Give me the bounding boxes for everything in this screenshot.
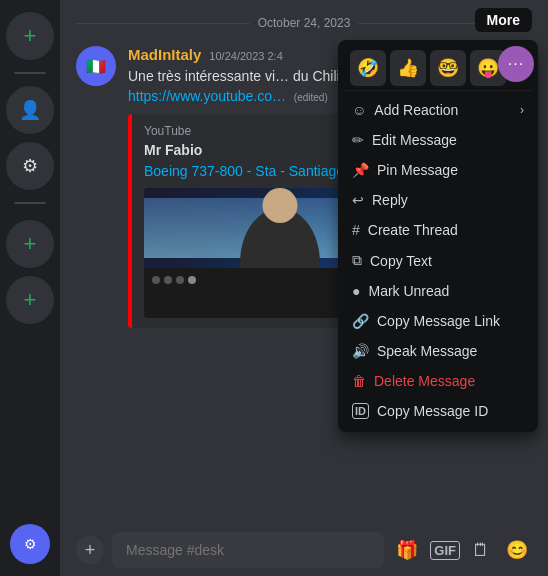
menu-label-reply: Reply — [372, 192, 408, 208]
menu-label-add-reaction: Add Reaction — [374, 102, 458, 118]
menu-item-pin-message[interactable]: 📌 Pin Message — [344, 155, 532, 185]
emoji-icon[interactable]: 😊 — [502, 535, 532, 565]
menu-label-delete-message: Delete Message — [374, 373, 475, 389]
thread-icon: # — [352, 222, 360, 238]
menu-item-edit-message[interactable]: ✏ Edit Message — [344, 125, 532, 155]
plus-icon: + — [24, 23, 37, 49]
link-icon: 🔗 — [352, 313, 369, 329]
messages-area: October 24, 2023 🇮🇹 MadInItaly 10/24/202… — [60, 0, 548, 524]
panel-dot-1 — [152, 276, 160, 284]
username: MadInItaly — [128, 46, 201, 63]
menu-item-mark-unread[interactable]: ● Mark Unread — [344, 276, 532, 306]
avatar-emoji: 🇮🇹 — [86, 57, 106, 76]
more-dots-icon: ··· — [508, 55, 524, 73]
menu-label-copy-text: Copy Text — [370, 253, 432, 269]
avatar-icon: ⚙ — [24, 536, 37, 552]
add-attachment-button[interactable]: + — [76, 536, 104, 564]
emoji-reaction-1[interactable]: 🤣 — [350, 50, 386, 86]
gift-icon[interactable]: 🎁 — [392, 535, 422, 565]
message-input[interactable] — [112, 532, 384, 568]
delete-icon: 🗑 — [352, 373, 366, 389]
id-icon: ID — [352, 403, 369, 419]
panel-dot-2 — [164, 276, 172, 284]
sidebar-icon-add-3[interactable]: + — [6, 276, 54, 324]
menu-label-create-thread: Create Thread — [368, 222, 458, 238]
panel-dot-3 — [176, 276, 184, 284]
menu-item-copy-text[interactable]: ⧉ Copy Text — [344, 245, 532, 276]
sidebar-divider-2 — [14, 202, 46, 204]
copy-icon: ⧉ — [352, 252, 362, 269]
menu-label-copy-message-link: Copy Message Link — [377, 313, 500, 329]
cockpit-head — [263, 188, 298, 223]
menu-label-mark-unread: Mark Unread — [368, 283, 449, 299]
reply-icon: ↩ — [352, 192, 364, 208]
edit-icon: ✏ — [352, 132, 364, 148]
user-add-icon: 👤 — [19, 99, 41, 121]
menu-item-delete-message[interactable]: 🗑 Delete Message — [344, 366, 532, 396]
user-avatar[interactable]: ⚙ — [10, 524, 50, 564]
plus-attachment-icon: + — [85, 540, 96, 561]
message-timestamp: 10/24/2023 2:4 — [209, 50, 282, 62]
user-avatar-message: 🇮🇹 — [76, 46, 116, 86]
menu-item-copy-message-id[interactable]: ID Copy Message ID — [344, 396, 532, 426]
panel-dot-4 — [188, 276, 196, 284]
emoji-reaction-2[interactable]: 👍 — [390, 50, 426, 86]
speak-icon: 🔊 — [352, 343, 369, 359]
sticker-icon[interactable]: 🗒 — [468, 536, 494, 565]
sidebar-icon-add-2[interactable]: + — [6, 220, 54, 268]
emoji-reaction-3[interactable]: 🤓 — [430, 50, 466, 86]
plus-icon-3: + — [24, 287, 37, 313]
main-content: October 24, 2023 🇮🇹 MadInItaly 10/24/202… — [60, 0, 548, 576]
sidebar: + 👤 ⚙ + + ⚙ — [0, 0, 60, 576]
context-menu: 🤣 👍 🤓 😛 ☺ Add Reaction › ✏ Edit Message — [338, 40, 538, 432]
more-button[interactable]: More — [475, 8, 532, 32]
arrow-icon: › — [520, 103, 524, 117]
menu-label-edit-message: Edit Message — [372, 132, 457, 148]
sidebar-bottom: ⚙ — [10, 524, 50, 564]
sidebar-icon-settings[interactable]: ⚙ — [6, 142, 54, 190]
message-link[interactable]: https://www.youtube.co… — [128, 88, 286, 104]
sidebar-divider — [14, 72, 46, 74]
plus-icon-2: + — [24, 231, 37, 257]
menu-label-pin-message: Pin Message — [377, 162, 458, 178]
pin-icon: 📌 — [352, 162, 369, 178]
input-bar: + 🎁 GIF 🗒 😊 — [60, 524, 548, 576]
gif-icon[interactable]: GIF — [430, 541, 460, 560]
menu-item-create-thread[interactable]: # Create Thread — [344, 215, 532, 245]
unread-icon: ● — [352, 283, 360, 299]
settings-icon: ⚙ — [22, 155, 38, 177]
add-reaction-icon: ☺ — [352, 102, 366, 118]
menu-item-add-reaction[interactable]: ☺ Add Reaction › — [344, 95, 532, 125]
more-circle-button[interactable]: ··· — [498, 46, 534, 82]
date-divider: October 24, 2023 — [76, 16, 532, 30]
menu-item-copy-message-link[interactable]: 🔗 Copy Message Link — [344, 306, 532, 336]
sidebar-icon-add[interactable]: + — [6, 12, 54, 60]
menu-label-speak-message: Speak Message — [377, 343, 477, 359]
edited-tag: (edited) — [294, 92, 328, 103]
menu-item-speak-message[interactable]: 🔊 Speak Message — [344, 336, 532, 366]
menu-label-copy-message-id: Copy Message ID — [377, 403, 488, 419]
sidebar-icon-user[interactable]: 👤 — [6, 86, 54, 134]
menu-item-reply[interactable]: ↩ Reply — [344, 185, 532, 215]
